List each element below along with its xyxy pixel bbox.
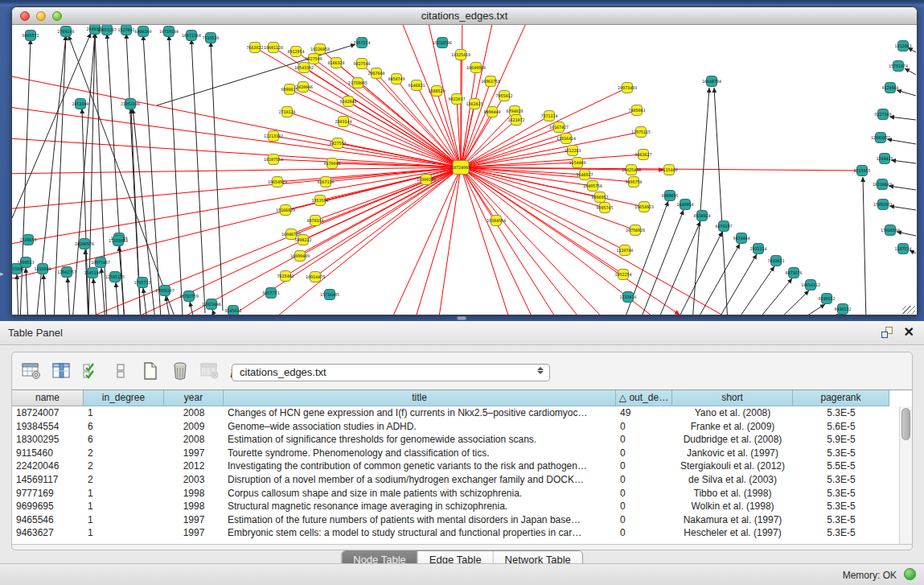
canvas-resize-grip[interactable] bbox=[902, 306, 915, 314]
graph-node-label: 1154469 bbox=[569, 160, 585, 165]
graph-node-label: 16671368 bbox=[182, 33, 201, 38]
graph-node-label: 7957224 bbox=[353, 40, 370, 45]
graph-node-label: 9095745 bbox=[596, 205, 613, 210]
table-panel-title: Table Panel bbox=[8, 327, 63, 339]
panel-expander-icon[interactable]: ▸ bbox=[0, 268, 6, 279]
graph-node-label: 1621072 bbox=[507, 117, 524, 122]
table-cell: 2008 bbox=[164, 406, 224, 420]
graph-node-label: 6466160 bbox=[134, 29, 151, 34]
table-cell: 9699695 bbox=[12, 500, 84, 513]
table-cell: 2 bbox=[84, 447, 164, 460]
table-cell: Jankovic et al. (1997) bbox=[672, 447, 793, 460]
table-cell: 14569117 bbox=[12, 473, 84, 487]
column-header-year[interactable]: year bbox=[164, 390, 224, 406]
graph-node-label: 9827546 bbox=[353, 61, 370, 66]
table-cell: 5.3E-5 bbox=[793, 473, 889, 487]
new-table-icon[interactable] bbox=[139, 360, 162, 382]
graph-node-label: 2803144 bbox=[335, 119, 351, 124]
delete-table-icon[interactable] bbox=[169, 360, 191, 382]
graph-node-label: 8215955 bbox=[853, 168, 870, 173]
table-cell: 1997 bbox=[164, 447, 224, 460]
graph-node-label: 8186328 bbox=[327, 60, 344, 65]
graph-node-label: 16961758 bbox=[481, 79, 500, 84]
graph-node-label: 16648784 bbox=[702, 79, 721, 84]
graph-node-label: 19166829 bbox=[276, 208, 295, 212]
table-selector-dropdown[interactable]: citations_edges.txt bbox=[232, 364, 550, 381]
table-header-row: namein_degreeyeartitle△ out_de…shortpage… bbox=[12, 390, 912, 406]
graph-node-label: 19654923 bbox=[268, 179, 287, 184]
table-row[interactable]: 1456911722003Disruption of a novel membe… bbox=[12, 473, 899, 487]
graph-node-label: 1612263 bbox=[564, 148, 581, 153]
table-row[interactable]: 1872400712008Changes of HCN gene express… bbox=[12, 406, 899, 420]
zoom-window-icon[interactable] bbox=[52, 11, 62, 21]
graph-node-label: 9495756 bbox=[625, 179, 642, 184]
network-graph-canvas[interactable]: 9405572276914620493791065328715276026466… bbox=[12, 25, 917, 315]
table-cell: 2009 bbox=[164, 420, 224, 434]
minimize-window-icon[interactable] bbox=[36, 11, 46, 21]
close-window-icon[interactable] bbox=[20, 11, 30, 21]
column-header-pagerank[interactable]: pagerank bbox=[793, 390, 889, 406]
graph-node-label: 15751074 bbox=[889, 64, 908, 68]
graph-node-label: 1545190 bbox=[84, 270, 101, 275]
table-cell: 5.9E-5 bbox=[793, 433, 889, 447]
import-table-disabled-icon[interactable] bbox=[199, 360, 221, 382]
column-header-title[interactable]: title bbox=[224, 390, 616, 406]
graph-node-label: 10654112 bbox=[801, 282, 820, 287]
table-row[interactable]: 977716911998Corpus callosum shape and si… bbox=[12, 487, 899, 501]
float-panel-icon[interactable] bbox=[881, 327, 893, 338]
table-panel-header: Table Panel ✕ bbox=[0, 321, 924, 345]
graph-node-label: 10025488 bbox=[622, 167, 641, 172]
network-graph[interactable]: 9405572276914620493791065328715276026466… bbox=[12, 25, 917, 315]
graph-node-label: 1244415 bbox=[876, 156, 893, 161]
table-cell: 0 bbox=[616, 447, 672, 460]
graph-node-label: 1588520 bbox=[428, 89, 445, 93]
table-cell: Disruption of a novel member of a sodium… bbox=[224, 473, 616, 487]
rows-icon[interactable] bbox=[109, 360, 132, 382]
graph-node-label: 8912954 bbox=[287, 49, 304, 54]
table-scrollbar[interactable] bbox=[899, 406, 912, 544]
table-cell: 49 bbox=[616, 406, 672, 420]
column-chooser-icon[interactable] bbox=[50, 360, 72, 382]
graph-node-label: 9899695 bbox=[661, 193, 678, 198]
column-header-in_degree[interactable]: in_degree bbox=[84, 390, 164, 406]
graph-node-label: 9657771 bbox=[262, 290, 279, 295]
graph-node-label: 20973493 bbox=[618, 85, 637, 90]
window-titlebar[interactable]: citations_edges.txt bbox=[12, 7, 917, 25]
table-cell: 6 bbox=[84, 433, 164, 447]
table-cell: 5.3E-5 bbox=[793, 500, 889, 513]
close-panel-icon[interactable]: ✕ bbox=[904, 326, 914, 339]
graph-node-label: 13958107 bbox=[155, 288, 175, 293]
graph-node-label: 9146821 bbox=[408, 83, 425, 88]
table-row[interactable]: 946362711997Embryonic stem cells: a mode… bbox=[12, 526, 899, 540]
table-row[interactable]: 911546021997Tourette syndrome. Phenomeno… bbox=[12, 447, 899, 460]
table-row[interactable]: 2242004622012Investigating the contribut… bbox=[12, 459, 899, 473]
table-scrollbar-thumb[interactable] bbox=[901, 408, 910, 440]
graph-node-label: 7625402 bbox=[277, 274, 294, 278]
column-header-short[interactable]: short bbox=[672, 390, 793, 406]
graph-node-label: 5498222 bbox=[294, 237, 311, 242]
table-row[interactable]: 946554611997Estimation of the future num… bbox=[12, 513, 899, 527]
graph-node-label: 9474444 bbox=[733, 236, 749, 241]
table-row[interactable]: 1830029562008Estimation of significance … bbox=[12, 433, 899, 447]
memory-status-icon[interactable] bbox=[904, 568, 916, 580]
table-cell: Stergiakouli et al. (2012) bbox=[672, 459, 793, 473]
table-settings-icon[interactable] bbox=[20, 360, 43, 382]
graph-node-label: 15892971 bbox=[873, 202, 893, 207]
splitter-handle[interactable] bbox=[457, 316, 466, 320]
graph-node-label: 20206576 bbox=[75, 241, 94, 246]
row-selection-icon[interactable] bbox=[80, 360, 102, 382]
node-table: namein_degreeyeartitle△ out_de…shortpage… bbox=[12, 389, 912, 545]
graph-node-label: 12093872 bbox=[871, 135, 890, 140]
graph-node-label: 18640910 bbox=[466, 65, 486, 70]
table-browser: f(x) citations_edges.txt namein_degreeye… bbox=[11, 352, 913, 550]
table-cell: Tourette syndrome. Phenomenology and cla… bbox=[224, 447, 616, 460]
column-header-name[interactable]: name bbox=[12, 390, 84, 406]
graph-node-label: 1187534 bbox=[894, 246, 911, 251]
graph-node-label: 1952254 bbox=[614, 272, 631, 277]
table-row[interactable]: 1938455462009Genome–wide association stu… bbox=[12, 420, 899, 434]
column-header-out_de[interactable]: △ out_de… bbox=[616, 390, 672, 406]
table-row[interactable]: 969969511998Structural magnetic resonanc… bbox=[12, 500, 899, 513]
graph-node-label: 8471676 bbox=[785, 270, 802, 275]
table-body: 1872400712008Changes of HCN gene express… bbox=[12, 406, 899, 544]
graph-node-label: 9115460 bbox=[660, 167, 677, 172]
